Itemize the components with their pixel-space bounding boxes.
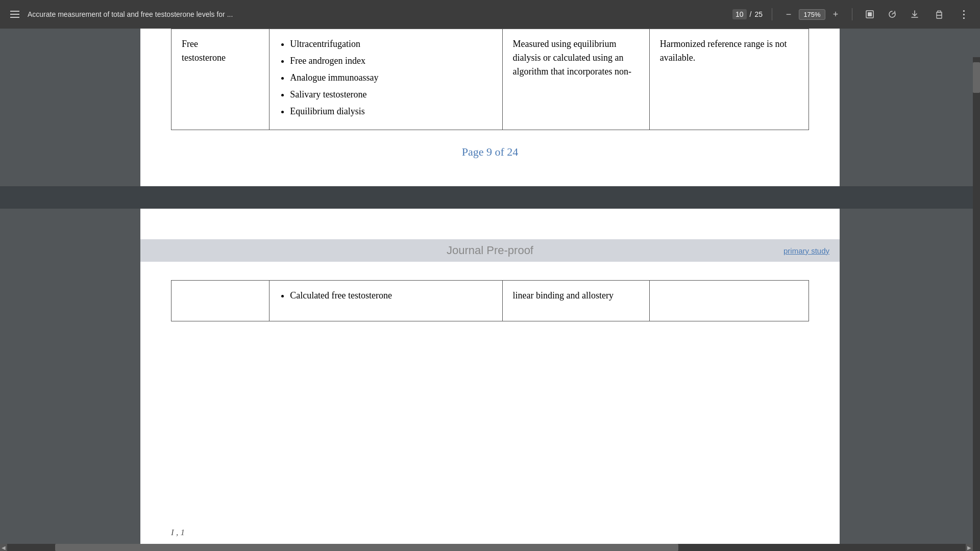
svg-point-5: [941, 14, 942, 15]
measured-text: Measured using equilibrium dialysis or c…: [513, 39, 631, 77]
scrollbar-thumb[interactable]: [973, 62, 980, 93]
zoom-in-button[interactable]: +: [828, 7, 843, 21]
page-9-bottom: Freetestosterone Ultracentrifugation Fre…: [140, 29, 840, 186]
preproof-text: Journal Pre-proof: [447, 244, 533, 257]
page-bottom-content: Calculated free testosterone linear bind…: [140, 209, 840, 321]
page-10-top: Journal Pre-proof primary study Calculat…: [140, 209, 840, 551]
cell-calculated: Calculated free testosterone: [270, 281, 502, 321]
hamburger-menu-icon[interactable]: [8, 9, 21, 20]
cut-off-text: I , 1: [171, 528, 832, 544]
fit-page-button[interactable]: [862, 6, 878, 22]
page-indicator: Page 9 of 24: [171, 130, 809, 171]
zoom-controls: − 175% +: [781, 7, 843, 21]
document-area: Freetestosterone Ultracentrifugation Fre…: [0, 29, 980, 551]
table-row: Calculated free testosterone linear bind…: [172, 281, 809, 321]
h-scroll-left-button[interactable]: ◀: [0, 544, 7, 551]
cell-methods: Ultracentrifugation Free androgen index …: [270, 29, 502, 130]
list-item: Analogue immunoassay: [290, 71, 492, 85]
table-bottom: Calculated free testosterone linear bind…: [171, 280, 809, 321]
testosterone-label: Freetestosterone: [182, 39, 226, 63]
cell-empty-1: [172, 281, 270, 321]
banner-link[interactable]: primary study: [783, 246, 829, 255]
cell-label: Freetestosterone: [172, 29, 270, 130]
table-row: Freetestosterone Ultracentrifugation Fre…: [172, 29, 809, 130]
list-item: Calculated free testosterone: [290, 289, 492, 303]
svg-line-2: [892, 13, 893, 14]
divider-2: [852, 8, 852, 20]
h-scroll-thumb[interactable]: [55, 544, 678, 551]
allostery-text: linear binding and allostery: [513, 290, 614, 300]
horizontal-scrollbar[interactable]: ◀ ▶: [0, 544, 973, 551]
svg-rect-4: [938, 11, 941, 12]
download-button[interactable]: [906, 6, 923, 22]
methods-list-2: Calculated free testosterone: [280, 289, 492, 303]
page-info: 10 / 25: [732, 9, 763, 19]
svg-rect-1: [868, 12, 872, 16]
zoom-out-button[interactable]: −: [781, 7, 796, 21]
journal-preproof-banner: Journal Pre-proof primary study: [140, 239, 840, 262]
cell-allostery: linear binding and allostery: [502, 281, 649, 321]
cut-off-content: I , 1: [171, 528, 185, 537]
document-title: Accurate measurement of total and free t…: [28, 10, 726, 18]
current-page[interactable]: 10: [732, 9, 747, 19]
list-item: Ultracentrifugation: [290, 37, 492, 51]
main-content: Freetestosterone Ultracentrifugation Fre…: [0, 29, 980, 551]
toolbar: Accurate measurement of total and free t…: [0, 0, 980, 29]
h-scroll-right-button[interactable]: ▶: [966, 544, 973, 551]
svg-rect-3: [937, 15, 942, 18]
methods-list: Ultracentrifugation Free androgen index …: [280, 37, 492, 118]
list-item: Free androgen index: [290, 54, 492, 68]
print-button[interactable]: [931, 6, 947, 22]
zoom-level-display[interactable]: 175%: [799, 9, 825, 20]
cell-empty-2: [649, 281, 808, 321]
list-item: Equilibrium dialysis: [290, 105, 492, 118]
toolbar-right-actions: ⋮: [906, 6, 972, 22]
cell-harmonized: Harmonized reference range is not availa…: [649, 29, 808, 130]
more-options-button[interactable]: ⋮: [955, 6, 972, 22]
history-button[interactable]: [884, 6, 900, 22]
vertical-scrollbar[interactable]: [973, 57, 980, 551]
h-scroll-track: [7, 544, 966, 551]
harmonized-text: Harmonized reference range is not availa…: [660, 39, 787, 63]
page-separator: /: [750, 10, 752, 18]
list-item: Salivary testosterone: [290, 88, 492, 102]
table-top: Freetestosterone Ultracentrifugation Fre…: [171, 29, 809, 130]
page-gap: [0, 186, 980, 209]
divider-1: [772, 8, 772, 20]
total-pages: 25: [754, 10, 763, 18]
cell-measured: Measured using equilibrium dialysis or c…: [502, 29, 649, 130]
